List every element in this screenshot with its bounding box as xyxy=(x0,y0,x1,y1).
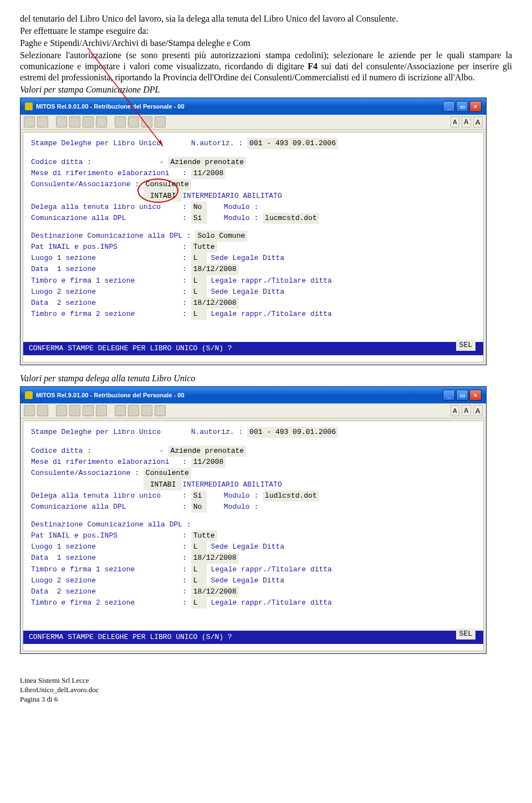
timbro1-value[interactable]: L xyxy=(191,564,207,575)
consulente-label: Consulente/Associazione : xyxy=(31,180,144,188)
delega-row: Delega alla tenuta libro unico : Si Modu… xyxy=(31,490,475,502)
sel-indicator: SEL xyxy=(456,340,475,351)
intabi-value[interactable]: INTABI xyxy=(144,479,182,490)
data1-value[interactable]: 18/12/2008 xyxy=(191,264,239,275)
data1-value[interactable]: 18/12/2008 xyxy=(191,553,239,564)
pat-row: Pat INAIL e pos.INPS : Tutte xyxy=(31,242,475,253)
luogo1-suffix: Sede Legale Ditta xyxy=(207,543,284,551)
data2-label: Data 2 sezione : xyxy=(31,299,191,307)
maximize-button[interactable]: ▭ xyxy=(456,101,468,112)
heading-label: Stampe Deleghe per Libro Unico N.autoriz… xyxy=(31,139,247,147)
data2-value[interactable]: 18/12/2008 xyxy=(191,586,239,597)
dest-label: Destinazione Comunicazione alla DPL : xyxy=(31,520,195,529)
dest-row: Destinazione Comunicazione alla DPL : So… xyxy=(31,231,475,242)
pat-value[interactable]: Tutte xyxy=(191,530,217,541)
delega-label: Delega alla tenuta libro unico : xyxy=(31,492,191,500)
intabi-suffix: INTERMEDIARIO ABILITATO xyxy=(182,192,282,200)
aziende-prenotate[interactable]: Aziende prenotate xyxy=(168,157,246,168)
font-size-a[interactable]: A xyxy=(473,405,483,416)
luogo1-value[interactable]: L xyxy=(191,253,207,264)
consulente-value[interactable]: Consulente xyxy=(144,179,191,190)
data2-value[interactable]: 18/12/2008 xyxy=(191,298,239,309)
footer-line: Pagina 3 di 6 xyxy=(20,695,512,704)
com-dpl-row: Comunicazione alla DPL : Si Modulo : luc… xyxy=(31,213,475,224)
title-bar[interactable]: MITOS Rel.9.01.00 - Retribuzione del Per… xyxy=(21,387,486,403)
toolbar-icon[interactable] xyxy=(69,116,80,127)
luogo2-value[interactable]: L xyxy=(191,575,207,586)
title-bar[interactable]: MITOS Rel.9.01.00 - Retribuzione del Per… xyxy=(21,98,486,115)
toolbar-icon[interactable] xyxy=(24,116,35,127)
toolbar-icon[interactable] xyxy=(83,116,94,127)
footer: Linea Sistemi Srl Lecce LibroUnico_delLa… xyxy=(20,676,512,704)
paragraph: del tenutario del Libro Unico del lavoro… xyxy=(20,13,512,24)
font-size-a[interactable]: A xyxy=(462,116,471,127)
toolbar-icon[interactable] xyxy=(37,405,48,416)
minimize-button[interactable]: _ xyxy=(443,390,455,401)
toolbar-icon[interactable] xyxy=(83,405,94,416)
aziende-prenotate[interactable]: Aziende prenotate xyxy=(168,446,246,457)
dest-value[interactable]: Solo Comune xyxy=(195,231,247,242)
confirm-prompt[interactable]: CONFERMA STAMPE DELEGHE PER LIBRO UNICO … xyxy=(23,631,483,644)
toolbar-icon[interactable] xyxy=(56,116,67,127)
toolbar-icon[interactable] xyxy=(56,405,67,416)
modulo-label: Modulo : xyxy=(207,503,263,511)
toolbar-icon[interactable] xyxy=(115,405,126,416)
autoriz-value[interactable]: 001 - 493 09.01.2006 xyxy=(247,427,338,438)
toolbar-icon[interactable] xyxy=(141,116,152,127)
consulente-value[interactable]: Consulente xyxy=(144,468,191,479)
font-size-a[interactable]: A xyxy=(451,405,459,416)
close-button[interactable]: × xyxy=(469,390,482,401)
consulente-row: Consulente/Associazione : Consulente xyxy=(31,468,475,479)
font-size-a[interactable]: A xyxy=(451,116,459,127)
luogo2-row: Luogo 2 sezione : L Sede Legale Ditta xyxy=(31,575,475,586)
window-title: MITOS Rel.9.01.00 - Retribuzione del Per… xyxy=(36,103,185,110)
toolbar-icon[interactable] xyxy=(128,405,139,416)
pat-value[interactable]: Tutte xyxy=(191,242,217,253)
toolbar-icon[interactable] xyxy=(69,405,80,416)
luogo2-value[interactable]: L xyxy=(191,287,207,298)
pat-row: Pat INAIL e pos.INPS : Tutte xyxy=(31,530,475,541)
maximize-button[interactable]: ▭ xyxy=(456,390,468,401)
luogo1-value[interactable]: L xyxy=(191,541,207,553)
toolbar-icon[interactable] xyxy=(96,405,107,416)
dest-row: Destinazione Comunicazione alla DPL : xyxy=(31,519,475,530)
toolbar-icon[interactable] xyxy=(128,116,139,127)
com-dpl-value[interactable]: Si xyxy=(191,213,207,224)
intabi-value[interactable]: INTABI xyxy=(144,191,182,202)
toolbar: A A A xyxy=(21,403,486,418)
toolbar-icon[interactable] xyxy=(37,116,48,127)
timbro1-suffix: Legale rappr./Titolare ditta xyxy=(207,565,332,574)
toolbar-icon[interactable] xyxy=(141,405,152,416)
autoriz-value[interactable]: 001 - 493 09.01.2006 xyxy=(247,138,338,149)
app-icon xyxy=(25,391,33,399)
font-size-a[interactable]: A xyxy=(473,116,483,127)
luogo1-suffix: Sede Legale Ditta xyxy=(207,254,284,262)
sel-indicator: SEL xyxy=(456,628,475,640)
timbro1-value[interactable]: L xyxy=(191,275,207,287)
delega-value[interactable]: No xyxy=(191,202,207,213)
timbro2-value[interactable]: L xyxy=(191,309,207,320)
delega-value[interactable]: Si xyxy=(191,490,207,502)
com-dpl-modulo[interactable]: lucmcstd.dot xyxy=(263,213,319,224)
codice-ditta-row: Codice ditta : - Aziende prenotate xyxy=(31,157,475,168)
mese-value[interactable]: 11/2008 xyxy=(191,168,226,179)
toolbar-icon[interactable] xyxy=(24,405,35,416)
toolbar-icon[interactable] xyxy=(155,116,166,127)
delega-modulo[interactable]: ludlcstd.dot xyxy=(263,490,319,502)
data2-row: Data 2 sezione : 18/12/2008 xyxy=(31,586,475,597)
toolbar-icon[interactable] xyxy=(115,116,126,127)
mese-value[interactable]: 11/2008 xyxy=(191,457,226,468)
toolbar-icon[interactable] xyxy=(155,405,166,416)
toolbar-icon[interactable] xyxy=(96,116,107,127)
confirm-prompt[interactable]: CONFERMA STAMPE DELEGHE PER LIBRO UNICO … xyxy=(23,342,483,355)
font-size-a[interactable]: A xyxy=(462,405,471,416)
minimize-button[interactable]: _ xyxy=(443,101,455,112)
timbro2-value[interactable]: L xyxy=(191,597,207,608)
paragraph: Paghe e Stipendi/Archivi/Archivi di base… xyxy=(20,38,512,49)
footer-line: LibroUnico_delLavoro.doc xyxy=(20,686,512,695)
close-button[interactable]: × xyxy=(469,101,482,112)
data1-row: Data 1 sezione : 18/12/2008 xyxy=(31,264,475,275)
screenshot-1-wrapper: MITOS Rel.9.01.00 - Retribuzione del Per… xyxy=(20,98,512,365)
intabi-suffix: INTERMEDIARIO ABILITATO xyxy=(182,480,282,489)
com-dpl-value[interactable]: No xyxy=(191,502,207,513)
